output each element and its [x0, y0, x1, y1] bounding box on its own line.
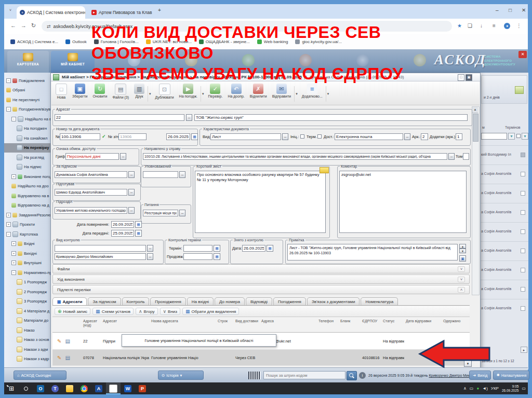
browser-tab-music[interactable]: ▸ Артем Пивоваров та Клав ◄) ✕: [88, 6, 153, 19]
document-icon[interactable]: ▤: [65, 338, 70, 344]
prepared-by-input[interactable]: [55, 189, 127, 196]
taskbar-search-icon[interactable]: [19, 382, 33, 394]
close-session-icon[interactable]: ✕: [518, 51, 527, 58]
minimize-window-icon[interactable]: –: [496, 7, 499, 13]
sidebar-item[interactable]: 2 Розпорядж: [4, 287, 50, 297]
sidebar-item[interactable]: +Проекти: [4, 220, 50, 230]
sidebar-item[interactable]: На ознайомл: [4, 133, 50, 143]
sticky-note-icon[interactable]: [320, 167, 329, 173]
sidebar-item[interactable]: Накази з адм: [4, 345, 50, 354]
powerpoint-app-icon[interactable]: P: [135, 382, 150, 394]
checkbox[interactable]: [521, 287, 525, 292]
tab-kartoteka[interactable]: КАРТОТЕКА: [7, 51, 49, 73]
dropdown-arrow-icon[interactable]: ▾: [148, 86, 152, 102]
extension-input[interactable]: [183, 253, 212, 260]
tab-7[interactable]: Відповіді: [246, 297, 272, 305]
scroll-up-icon[interactable]: ▲: [472, 107, 478, 113]
doc-date-input[interactable]: [166, 133, 190, 140]
chevron-icon[interactable]: ˅: [458, 277, 465, 282]
sidebar-item[interactable]: 3 Розпорядж: [4, 297, 50, 307]
column-header[interactable]: Адресат: [101, 317, 150, 332]
grid-toolbar-button[interactable]: ▦Обрати для видалення: [182, 308, 239, 315]
tree-expander-icon[interactable]: −: [6, 107, 11, 112]
controller-input[interactable]: [55, 253, 146, 260]
sidebar-item[interactable]: Наказ з основ: [4, 335, 50, 345]
department-lookup-button[interactable]: --: [128, 207, 135, 214]
sidebar-item[interactable]: −Нормативно-пра: [4, 268, 50, 278]
sidebar-item[interactable]: −Погодження/візуван: [4, 105, 50, 115]
close-window-icon[interactable]: ✕: [522, 7, 526, 13]
browser-menu-icon[interactable]: ⋮: [516, 23, 522, 29]
sidebar-item[interactable]: Накази з кадр: [4, 354, 50, 364]
checkbox[interactable]: [521, 191, 525, 196]
term-date-input[interactable]: [183, 245, 212, 252]
column-header[interactable]: Назва адресата: [150, 317, 216, 332]
delivery-lookup-button[interactable]: --: [404, 133, 410, 140]
outlook-app-icon[interactable]: O: [33, 382, 48, 394]
calendar-icon[interactable]: ▦: [214, 245, 220, 252]
tab-2[interactable]: За підписом: [88, 297, 121, 305]
checkbox[interactable]: [521, 210, 525, 215]
form-scrollbar[interactable]: ▲: [472, 106, 480, 295]
chrome-app-icon[interactable]: [77, 382, 91, 394]
history-button[interactable]: ⊙ Історія ▾: [158, 370, 204, 380]
tree-expander-icon[interactable]: −: [6, 232, 11, 237]
column-header[interactable]: ЄДРПОУ: [361, 317, 381, 332]
sidebar-item[interactable]: +Виконане погодж: [4, 172, 50, 182]
toolbar-button-refresh[interactable]: ↻Оновити: [91, 83, 110, 99]
tab-3[interactable]: Контроль: [122, 297, 150, 305]
status-dot-icon[interactable]: ●: [476, 386, 479, 391]
word-app-icon[interactable]: W: [121, 382, 135, 394]
prepared-by-lookup-button[interactable]: --: [128, 189, 135, 196]
toolbar-button-files[interactable]: ▤Файли (3): [110, 83, 131, 100]
table-row[interactable]: ✎▤07078Національна поліція УкраГоловне у…: [52, 350, 470, 366]
sidebar-item[interactable]: На погоджен: [4, 124, 50, 134]
speaker-icon[interactable]: ◄): [482, 386, 488, 391]
sidebar-item[interactable]: +Вихідні: [4, 249, 50, 258]
column-header[interactable]: Статус: [381, 317, 404, 332]
spinner-up-icon[interactable]: ▴: [459, 244, 466, 249]
column-header[interactable]: Строк: [216, 317, 234, 332]
tree-expander-icon[interactable]: +: [11, 174, 16, 179]
summary-textarea[interactable]: Про основного власника особового рахунку…: [195, 171, 326, 233]
pages-input[interactable]: [421, 133, 428, 140]
language-indicator[interactable]: УКР: [491, 386, 499, 391]
tom-input[interactable]: [463, 153, 469, 160]
authorized-input[interactable]: [143, 171, 178, 178]
bookmark-item[interactable]: АСКОД | Система е...: [10, 39, 58, 44]
tree-expander-icon[interactable]: −: [11, 270, 16, 275]
dropdown-arrow-icon[interactable]: ▾: [294, 86, 299, 102]
pager-next-icon[interactable]: ▸: [521, 347, 527, 353]
init-checkbox[interactable]: [300, 134, 304, 139]
sidebar-item[interactable]: +Внутрішні: [4, 258, 50, 268]
profile-avatar[interactable]: ●: [504, 23, 510, 29]
settings-button[interactable]: ✱ Налаштування: [493, 370, 529, 380]
toolbar-button-print[interactable]: ▥Друк: [132, 83, 147, 99]
tab-my-cabinet[interactable]: МІЙ КАБІНЕТ: [51, 51, 95, 73]
active-document-app-icon[interactable]: [106, 382, 121, 394]
back-icon[interactable]: ←: [10, 22, 16, 29]
sidebar-item[interactable]: Відправлено на в: [4, 191, 50, 201]
column-header[interactable]: Дата відправки: [404, 317, 442, 332]
tab-5[interactable]: На вхідні: [187, 297, 214, 305]
department-input[interactable]: [55, 207, 127, 214]
barcode-search-input[interactable]: [263, 371, 345, 379]
adresat-lookup-button[interactable]: --: [186, 114, 192, 121]
grid-toolbar-button[interactable]: ⊕Новий запис: [55, 308, 90, 315]
section-bar[interactable]: Хід виконання˅: [52, 275, 470, 284]
tab-10[interactable]: Номенклатура: [361, 297, 398, 305]
section-bar[interactable]: Підлеглі переліки˄: [52, 285, 470, 294]
tab-6[interactable]: До номера: [215, 297, 245, 305]
column-header[interactable]: Адреса: [260, 317, 317, 332]
section-bar[interactable]: Файли˅: [52, 264, 470, 273]
sidebar-item[interactable]: −Картотека: [4, 229, 50, 239]
edit-icon[interactable]: ✎: [57, 355, 61, 361]
doc-type-input[interactable]: [210, 133, 281, 140]
logout-button[interactable]: ➜ Вихід: [469, 370, 491, 380]
tree-expander-icon[interactable]: −: [6, 78, 11, 83]
tree-expander-icon[interactable]: +: [6, 213, 11, 217]
grif-lookup-button[interactable]: --: [120, 153, 126, 160]
explorer-app-icon[interactable]: [62, 382, 77, 394]
edit-icon[interactable]: ✎: [57, 338, 61, 344]
term-checkbox[interactable]: [317, 134, 322, 139]
